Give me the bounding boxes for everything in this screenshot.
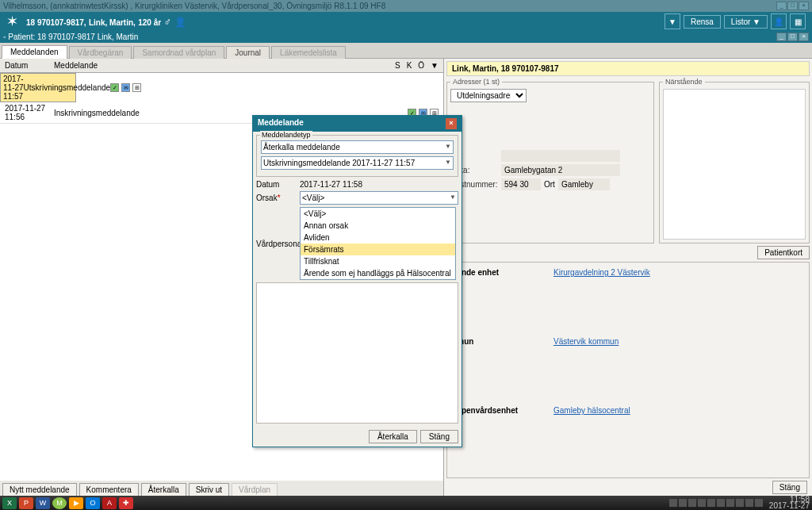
system-tray[interactable] — [669, 499, 763, 507]
tray-icon[interactable] — [726, 499, 734, 507]
meddelandetyp-legend: Meddelandetyp — [260, 131, 312, 139]
taskbar-word-icon[interactable]: W — [36, 497, 50, 509]
minimize-button[interactable]: _ — [776, 2, 787, 10]
taskbar-outlook-icon[interactable]: O — [86, 497, 100, 509]
patient-band: ✶ 18 970107-9817, Link, Martin, 120 år ♂… — [0, 12, 812, 31]
message-select[interactable]: Utskrivningsmeddelande 2017-11-27 11:57▼ — [261, 156, 454, 170]
col-k[interactable]: K — [407, 61, 412, 70]
taskbar-media-icon[interactable]: ▶ — [69, 497, 83, 509]
stang-button[interactable]: Stäng — [772, 481, 807, 494]
col-s[interactable]: S — [395, 61, 400, 70]
message-header: Datum Meddelande S K Ö ▼ — [0, 59, 443, 73]
vardplan-button: Vårdplan — [232, 483, 278, 497]
col-sort[interactable]: ▼ — [431, 61, 439, 70]
dialog-date-value: 2017-11-27 11:58 — [300, 180, 362, 189]
dialog-date-label: Datum — [256, 180, 300, 189]
sub-minimize[interactable]: _ — [776, 33, 787, 41]
dropdown-item[interactable]: Avliden — [301, 232, 455, 243]
rensa-button[interactable]: Rensa — [684, 15, 721, 29]
unit-link[interactable]: Kirurgavdelning 2 Västervik — [553, 268, 650, 277]
patient-info-header: Link, Martin, 18 970107-9817 — [446, 61, 810, 76]
tray-icon[interactable] — [736, 499, 744, 507]
kommentera-button[interactable]: Kommentera — [79, 483, 139, 497]
patient-age: 120 år — [138, 18, 161, 27]
tab-row: Meddelanden Vårdbegäran Samordnad vårdpl… — [0, 43, 812, 59]
chevron-down-icon: ▼ — [450, 194, 456, 202]
taskbar-excel-icon[interactable]: X — [2, 497, 17, 509]
tab-lakemedel[interactable]: Läkemedelslista — [271, 46, 346, 59]
dialog-close-icon[interactable]: × — [446, 118, 457, 129]
tray-icon[interactable] — [698, 499, 706, 507]
relatives-fieldset: Närstående — [659, 78, 810, 243]
dialog-stang-button[interactable]: Stäng — [420, 430, 458, 443]
municipality-label: ...mun — [450, 337, 553, 346]
address-type-select[interactable]: Utdelningsadress — [450, 89, 527, 102]
tab-samordnad[interactable]: Samordnad vårdplan — [133, 46, 224, 59]
taskbar-app-icon[interactable]: M — [52, 497, 67, 509]
nytt-meddelande-button[interactable]: Nytt meddelande — [2, 483, 77, 497]
chevron-down-icon: ▼ — [445, 143, 451, 151]
col-meddelande[interactable]: Meddelande — [54, 61, 395, 70]
taskbar-app2-icon[interactable]: ✚ — [119, 497, 133, 509]
tab-vardbegaran[interactable]: Vårdbegäran — [69, 46, 132, 59]
module-icon-button[interactable]: ▦ — [790, 13, 806, 29]
dropdown-item[interactable]: Försämrats — [301, 243, 455, 255]
dialog-aterkalla-button[interactable]: Återkalla — [369, 430, 417, 443]
openward-link[interactable]: Gamleby hälsocentral — [553, 406, 630, 415]
col-datum[interactable]: Datum — [5, 61, 54, 70]
dialog-titlebar[interactable]: Meddelande × — [253, 116, 462, 132]
tray-icon[interactable] — [688, 499, 696, 507]
tray-icon[interactable] — [669, 499, 677, 507]
os-titlebar: Vilhelmsson, (annkatrinwtestKirssk) , Ki… — [0, 0, 812, 12]
sub-close[interactable]: × — [799, 33, 809, 41]
tray-icon[interactable] — [745, 499, 753, 507]
maximize-button[interactable]: □ — [787, 2, 798, 10]
col-o[interactable]: Ö — [418, 61, 424, 70]
app-logo-icon: ✶ — [6, 13, 18, 30]
tray-icon[interactable] — [679, 499, 687, 507]
type-select[interactable]: Återkalla meddelande▼ — [261, 140, 454, 154]
aterkalla-button[interactable]: Återkalla — [141, 483, 186, 497]
co-value — [501, 150, 620, 162]
taskbar-pdf-icon[interactable]: A — [102, 497, 117, 509]
relatives-list — [663, 89, 806, 240]
meddelandetyp-fieldset: Meddelandetyp Återkalla meddelande▼ Utsk… — [256, 135, 458, 177]
tray-icon[interactable] — [755, 499, 763, 507]
tab-meddelanden[interactable]: Meddelanden — [2, 45, 67, 59]
window-title: Vilhelmsson, (annkatrinwtestKirssk) , Ki… — [3, 2, 385, 10]
address-legend: Adresser (1 st) — [450, 78, 502, 86]
row-icon-o[interactable]: ⊞ — [132, 83, 141, 92]
row-icon-k[interactable]: ✉ — [121, 83, 130, 92]
person-icon: 👤 — [174, 17, 186, 28]
listor-button[interactable]: Listor ▼ — [724, 15, 768, 29]
windows-taskbar: X P W M ▶ O A ✚ 11:58 2017-11-27 — [0, 496, 812, 510]
dropdown-item[interactable]: Annan orsak — [301, 220, 455, 232]
band-dropdown-button[interactable]: ▼ — [665, 13, 680, 29]
tab-journal[interactable]: Journal — [226, 46, 270, 59]
unit-label: ...ande enhet — [450, 268, 553, 277]
street-value: Gamlebygatan 2 — [501, 164, 620, 176]
close-button[interactable]: × — [799, 2, 809, 10]
dropdown-item[interactable]: <Välj> — [301, 208, 455, 220]
taskbar-powerpoint-icon[interactable]: P — [19, 497, 33, 509]
dialog-orsak-label: Orsak* — [256, 194, 300, 202]
row-date: 2017-11-27 11:57 — [3, 75, 24, 101]
dropdown-item[interactable]: Ärende som ej handläggs på Hälsocentral — [301, 267, 455, 279]
dialog-content-area — [256, 282, 458, 424]
user-icon-button[interactable]: 👤 — [771, 13, 787, 29]
skriv-ut-button[interactable]: Skriv ut — [189, 483, 229, 497]
municipality-link[interactable]: Västervik kommun — [553, 337, 619, 346]
clock-date: 2017-11-27 — [769, 503, 810, 509]
tray-icon[interactable] — [717, 499, 725, 507]
patientkort-button[interactable]: Patientkort — [757, 246, 810, 259]
dropdown-item[interactable]: Tillfrisknat — [301, 255, 455, 267]
row-icon-s[interactable]: ✓ — [110, 83, 119, 92]
taskbar-clock[interactable]: 11:58 2017-11-27 — [769, 497, 810, 509]
message-row[interactable]: 2017-11-27 11:57 Utskrivningsmeddelande … — [0, 73, 76, 102]
dialog-vardpersonal-label: Vårdpersonal* — [256, 240, 300, 248]
sub-maximize[interactable]: □ — [787, 33, 798, 41]
tray-icon[interactable] — [707, 499, 715, 507]
chevron-down-icon: ▼ — [445, 159, 451, 167]
postal-value: 594 30 — [501, 178, 541, 190]
orsak-select[interactable]: <Välj>▼ — [300, 191, 458, 205]
